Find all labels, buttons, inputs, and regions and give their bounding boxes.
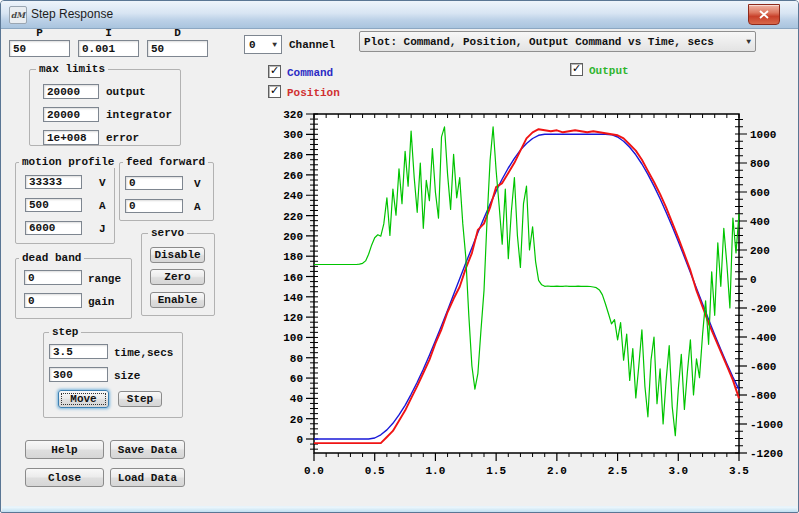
output-limit-input[interactable] — [43, 84, 99, 99]
command-checkbox-label: Command — [287, 67, 333, 79]
max-limits-group: max limits output integrator error — [29, 69, 181, 146]
step-time-input[interactable] — [49, 344, 108, 359]
velocity-label: V — [99, 177, 106, 189]
jerk-label: J — [99, 223, 106, 235]
svg-text:120: 120 — [283, 312, 303, 324]
svg-text:140: 140 — [283, 292, 303, 304]
move-button[interactable]: Move — [58, 390, 109, 408]
integrator-limit-label: integrator — [106, 109, 172, 121]
title-bar[interactable]: dM Step Response — [1, 1, 798, 29]
svg-text:-600: -600 — [750, 361, 776, 373]
position-checkbox[interactable]: ✓ — [268, 85, 281, 98]
close-window-button[interactable]: Close — [25, 468, 104, 487]
svg-text:200: 200 — [283, 231, 303, 243]
ff-velocity-input[interactable] — [125, 176, 183, 190]
integrator-limit-input[interactable] — [43, 107, 99, 122]
p-input[interactable] — [9, 40, 70, 57]
check-icon: ✓ — [270, 64, 279, 77]
d-input[interactable] — [147, 40, 208, 57]
step-response-chart: 0204060801001201401601802002202402602803… — [271, 101, 796, 506]
svg-text:180: 180 — [283, 251, 303, 263]
chevron-down-icon: ▼ — [272, 40, 277, 49]
i-input[interactable] — [78, 40, 139, 57]
step-button[interactable]: Step — [118, 391, 162, 407]
error-limit-input[interactable] — [43, 130, 99, 145]
accel-input[interactable] — [25, 198, 82, 212]
svg-text:0.0: 0.0 — [304, 465, 324, 477]
ff-accel-input[interactable] — [125, 199, 183, 213]
servo-title: servo — [148, 227, 187, 239]
svg-text:0.5: 0.5 — [365, 465, 385, 477]
svg-text:240: 240 — [283, 190, 303, 202]
dead-band-title: dead band — [19, 252, 84, 264]
svg-text:80: 80 — [290, 353, 303, 365]
output-checkbox[interactable]: ✓ — [570, 63, 583, 76]
load-data-button[interactable]: Load Data — [110, 468, 185, 487]
svg-text:280: 280 — [283, 150, 303, 162]
step-size-label: size — [114, 370, 140, 382]
jerk-input[interactable] — [25, 221, 82, 235]
close-icon — [759, 10, 769, 19]
zero-button[interactable]: Zero — [150, 269, 205, 285]
svg-text:3.5: 3.5 — [729, 465, 749, 477]
channel-label: Channel — [289, 39, 335, 51]
ff-accel-label: A — [194, 201, 201, 213]
i-label: I — [78, 27, 139, 39]
svg-text:1.5: 1.5 — [486, 465, 506, 477]
svg-text:100: 100 — [283, 332, 303, 344]
svg-text:-200: -200 — [750, 303, 776, 315]
svg-text:300: 300 — [283, 129, 303, 141]
svg-text:0: 0 — [296, 434, 303, 446]
svg-text:320: 320 — [283, 109, 303, 121]
svg-text:0: 0 — [750, 274, 757, 286]
svg-text:260: 260 — [283, 170, 303, 182]
command-checkbox[interactable]: ✓ — [268, 65, 281, 78]
channel-value: 0 — [249, 39, 256, 51]
accel-label: A — [99, 200, 106, 212]
svg-text:3.0: 3.0 — [668, 465, 688, 477]
channel-select[interactable]: 0 ▼ — [244, 35, 282, 54]
velocity-input[interactable] — [25, 175, 82, 189]
window-frame-bottom — [2, 506, 797, 512]
feed-forward-group: feed forward V A — [119, 162, 214, 221]
dead-band-group: dead band range gain — [15, 258, 132, 319]
feed-forward-title: feed forward — [123, 156, 208, 168]
disable-button[interactable]: Disable — [150, 247, 205, 263]
step-size-input[interactable] — [49, 367, 108, 382]
svg-text:-1000: -1000 — [750, 419, 783, 431]
check-icon: ✓ — [270, 84, 279, 97]
svg-text:200: 200 — [750, 245, 770, 257]
step-title: step — [49, 326, 81, 338]
plot-type-select[interactable]: Plot: Command, Position, Output Command … — [359, 31, 756, 52]
close-button[interactable] — [748, 4, 780, 25]
servo-group: servo Disable Zero Enable — [141, 233, 215, 316]
save-data-button[interactable]: Save Data — [110, 440, 185, 459]
motion-profile-group: motion profile V A J — [15, 162, 115, 244]
svg-text:20: 20 — [290, 414, 303, 426]
d-label: D — [147, 27, 208, 39]
svg-text:600: 600 — [750, 187, 770, 199]
deadband-range-input[interactable] — [24, 270, 82, 285]
svg-text:-1200: -1200 — [750, 448, 783, 460]
chevron-down-icon: ▼ — [746, 37, 751, 46]
svg-text:1000: 1000 — [750, 129, 776, 141]
error-limit-label: error — [106, 132, 139, 144]
svg-text:160: 160 — [283, 272, 303, 284]
deadband-gain-label: gain — [88, 296, 114, 308]
window-title: Step Response — [31, 7, 113, 21]
plot-type-value: Plot: Command, Position, Output Command … — [364, 36, 714, 48]
p-label: P — [9, 27, 70, 39]
svg-text:400: 400 — [750, 216, 770, 228]
check-icon: ✓ — [572, 62, 581, 75]
svg-text:40: 40 — [290, 393, 303, 405]
svg-text:220: 220 — [283, 211, 303, 223]
step-group: step time,secs size Move Step — [43, 332, 183, 418]
step-time-label: time,secs — [114, 347, 173, 359]
enable-button[interactable]: Enable — [150, 292, 205, 308]
svg-text:2.5: 2.5 — [608, 465, 628, 477]
deadband-gain-input[interactable] — [24, 293, 82, 308]
svg-text:-400: -400 — [750, 332, 776, 344]
help-button[interactable]: Help — [25, 440, 104, 459]
motion-profile-title: motion profile — [19, 156, 117, 168]
step-response-window: dM Step Response P I D 0 ▼ Channel Plot:… — [0, 0, 799, 513]
